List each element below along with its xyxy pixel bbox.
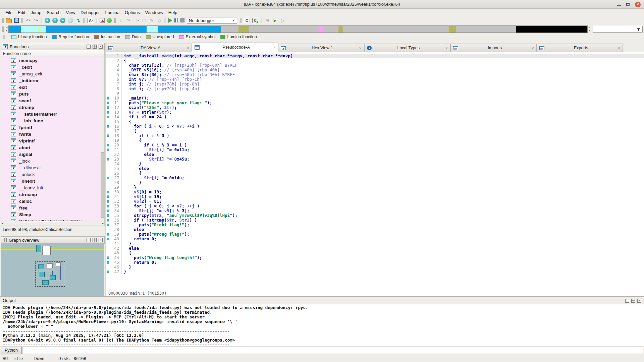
code-gutter[interactable]: 18 bbox=[106, 133, 122, 138]
code-gutter[interactable]: 38 bbox=[106, 227, 122, 232]
breakpoint-dot[interactable] bbox=[107, 238, 109, 240]
run-script-icon[interactable]: C bbox=[252, 18, 258, 23]
scroll-left-icon[interactable]: ◂ bbox=[2, 222, 3, 225]
close-icon[interactable]: × bbox=[618, 46, 620, 51]
breakpoint-dot[interactable] bbox=[107, 270, 109, 273]
code-line[interactable]: 14 if ( v7 == 24 ) bbox=[106, 115, 644, 119]
code-line[interactable]: 2{ bbox=[106, 58, 644, 63]
graph-overview-canvas[interactable] bbox=[1, 244, 104, 296]
code-line[interactable]: 23 Str[i] ^= 0x45u; bbox=[106, 157, 644, 162]
function-list-item[interactable]: ffwrite bbox=[1, 131, 104, 137]
function-list-item[interactable]: fstrcmp bbox=[1, 104, 104, 111]
menu-jump[interactable]: Jump bbox=[28, 9, 44, 16]
tab-imports[interactable]: Imports× bbox=[450, 44, 537, 52]
code-line[interactable]: 28 } bbox=[106, 180, 644, 185]
menu-search[interactable]: Search bbox=[44, 9, 63, 16]
navigate-back-icon-wrap[interactable]: ↶▾ bbox=[25, 17, 31, 23]
code-gutter[interactable]: 7 bbox=[106, 82, 122, 86]
function-list-item[interactable]: f_unlock bbox=[1, 171, 104, 178]
drag-handle[interactable] bbox=[2, 26, 4, 32]
scroll-right-icon[interactable]: ▸ bbox=[102, 222, 104, 225]
code-gutter[interactable]: 19 bbox=[106, 138, 122, 143]
function-list-item[interactable]: f_initterm bbox=[1, 77, 104, 84]
code-gutter[interactable]: 1 bbox=[106, 54, 122, 58]
run-until-return-icon-wrap[interactable]: ↑▾ bbox=[133, 17, 139, 23]
code-line[interactable]: 6 int v7; // [rsp+74h] [rbp-Ch] bbox=[106, 77, 644, 82]
code-line[interactable]: 40 return 0; bbox=[106, 237, 644, 241]
function-list-item[interactable]: ffree bbox=[1, 204, 104, 211]
function-list-item[interactable]: f__setusermatherr bbox=[1, 111, 104, 117]
code-line[interactable]: 19 { bbox=[106, 138, 644, 143]
code-line[interactable]: 5 char Str[36]; // [rsp+50h] [rbp-30h] B… bbox=[106, 72, 644, 77]
restore-icon[interactable] bbox=[87, 238, 91, 242]
tab-exports[interactable]: Exports× bbox=[537, 44, 623, 52]
function-list-item[interactable]: fscanf bbox=[1, 97, 104, 104]
breakpoint-dot[interactable] bbox=[107, 144, 109, 146]
horizontal-scrollbar[interactable]: ◂ ▸ bbox=[1, 221, 105, 226]
ascii-search-icon-wrap[interactable]: A▾ bbox=[87, 18, 93, 23]
code-gutter[interactable]: 3 bbox=[106, 63, 122, 68]
function-list-item[interactable]: fSetUnhandledExceptionFilter bbox=[1, 218, 104, 221]
grid-icon[interactable] bbox=[93, 238, 97, 242]
function-list-item[interactable]: f_lock bbox=[1, 158, 104, 164]
code-line[interactable]: 41 } bbox=[106, 241, 644, 246]
code-gutter[interactable]: 22 bbox=[106, 152, 122, 157]
code-line[interactable]: 34 Str[j] ^= v5[j % 3]; bbox=[106, 208, 644, 213]
jump-address-icon[interactable]: + bbox=[45, 18, 50, 23]
restore-icon[interactable] bbox=[625, 299, 629, 303]
navigation-band[interactable] bbox=[8, 25, 588, 33]
code-gutter[interactable]: 46 bbox=[106, 265, 122, 269]
debugger-select[interactable]: No debugger ▼ bbox=[187, 17, 237, 24]
step-into-icon[interactable]: ↓ bbox=[118, 17, 123, 23]
tab-local-types[interactable]: iLocal Types× bbox=[364, 44, 450, 52]
code-line[interactable]: 18 if ( i % 3 ) bbox=[106, 133, 644, 138]
restore-icon[interactable] bbox=[87, 45, 91, 49]
code-gutter[interactable]: 12 bbox=[106, 105, 122, 110]
grid-icon[interactable] bbox=[93, 45, 97, 49]
code-line[interactable]: 15 { bbox=[106, 119, 644, 124]
code-gutter[interactable]: 14 bbox=[106, 115, 122, 119]
breakpoint-dot[interactable] bbox=[107, 148, 109, 151]
compile-script-icon[interactable]: C bbox=[244, 18, 250, 23]
breakpoint-dot[interactable] bbox=[107, 214, 109, 217]
code-line[interactable]: 11 puts("Please input your flag: "); bbox=[106, 101, 644, 105]
code-line[interactable]: 24 } bbox=[106, 162, 644, 166]
code-line[interactable]: 47} bbox=[106, 269, 644, 274]
code-line[interactable]: 27 Str[i] ^= 0x14u; bbox=[106, 176, 644, 180]
stop-icon[interactable] bbox=[180, 18, 184, 22]
step-over-icon[interactable]: ↷ bbox=[126, 17, 131, 23]
code-gutter[interactable]: 9 bbox=[106, 91, 122, 96]
function-list-item[interactable]: f_cexit bbox=[1, 64, 104, 70]
navband-arrow-icon[interactable]: ◂ bbox=[589, 29, 590, 32]
code-line[interactable]: 30 v5[0] = 19; bbox=[106, 190, 644, 194]
code-gutter[interactable]: 47 bbox=[106, 269, 122, 274]
close-icon[interactable]: × bbox=[637, 299, 641, 303]
breakpoint-dot[interactable] bbox=[107, 191, 109, 193]
function-list-item[interactable]: fabort bbox=[1, 144, 104, 151]
code-gutter[interactable]: 40 bbox=[106, 237, 122, 241]
code-line[interactable]: 22 else bbox=[106, 152, 644, 157]
code-gutter[interactable]: 24 bbox=[106, 162, 122, 166]
navband-arrow-icon[interactable]: ▸ bbox=[6, 29, 7, 32]
code-line[interactable]: 31 v5[1] = 19; bbox=[106, 194, 644, 199]
code-gutter[interactable]: 2 bbox=[106, 58, 122, 63]
code-line[interactable]: 9 bbox=[106, 91, 644, 96]
breakpoint-dot[interactable] bbox=[107, 219, 109, 222]
code-gutter[interactable]: 30 bbox=[106, 190, 122, 194]
close-icon[interactable]: × bbox=[99, 238, 103, 242]
process-start-icon[interactable] bbox=[107, 18, 112, 23]
function-list-item[interactable]: ffprintf bbox=[1, 124, 104, 131]
code-gutter[interactable]: 29 bbox=[106, 185, 122, 190]
code-gutter[interactable]: 31 bbox=[106, 194, 122, 199]
code-line[interactable]: 46 } bbox=[106, 265, 644, 269]
menu-edit[interactable]: Edit bbox=[15, 9, 28, 16]
save-file-icon[interactable] bbox=[14, 18, 19, 23]
menu-options[interactable]: Options bbox=[122, 9, 143, 16]
jump-problem-icon[interactable]: ● bbox=[68, 18, 73, 23]
code-line[interactable]: 16 for ( i = 0; i < v7; ++i ) bbox=[106, 124, 644, 129]
minimize-button[interactable] bbox=[617, 5, 621, 6]
code-gutter[interactable]: 33 bbox=[106, 204, 122, 208]
breakpoint-dot[interactable] bbox=[107, 102, 109, 104]
vertical-scrollbar[interactable] bbox=[100, 57, 104, 221]
code-line[interactable]: 20 if ( i % 3 == 1 ) bbox=[106, 143, 644, 147]
